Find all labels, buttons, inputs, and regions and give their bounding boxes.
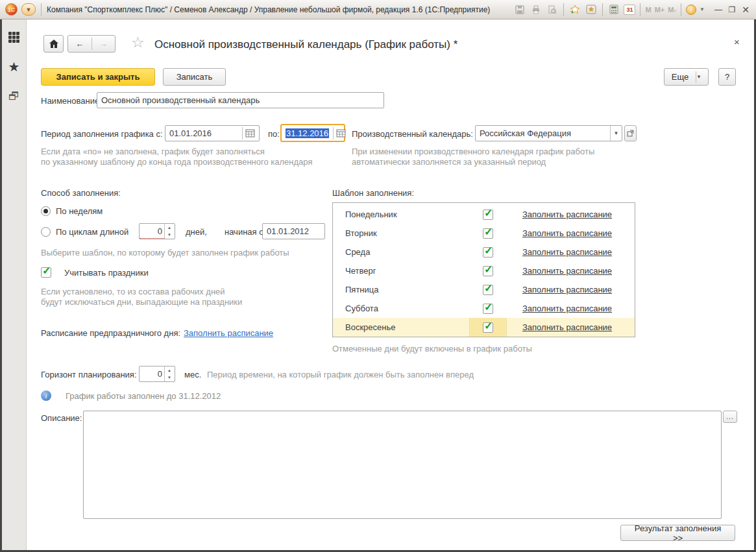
favorites-sidebar-icon[interactable]: ★	[2, 57, 26, 77]
day-label: Понедельник	[333, 210, 469, 219]
fill-schedule-link[interactable]: Заполнить расписание	[522, 247, 612, 257]
day-label: Суббота	[333, 304, 469, 313]
memory-m-button[interactable]: M	[645, 6, 651, 14]
days-suffix-label: дней,	[186, 227, 207, 237]
day-checkbox-checked-icon[interactable]: ✓	[483, 285, 493, 295]
save-and-close-button[interactable]: Записать и закрыть	[41, 68, 155, 86]
close-form-icon[interactable]: ×	[734, 36, 740, 47]
day-checkbox-checked-icon[interactable]: ✓	[483, 228, 493, 239]
table-row[interactable]: Понедельник ✓ Заполнить расписание	[333, 205, 635, 224]
calendar-hint-line1: При изменении производственного календар…	[352, 147, 594, 156]
table-row[interactable]: Четверг ✓ Заполнить расписание	[333, 261, 635, 280]
period-label: Период заполнения графика с:	[41, 129, 163, 139]
history-sidebar-icon[interactable]: 🗗	[2, 87, 26, 106]
table-row[interactable]: Вторник ✓ Заполнить расписание	[333, 224, 635, 243]
stepper-arrows[interactable]: ▲▼	[164, 366, 174, 381]
combo-dropdown-icon[interactable]: ▼	[610, 126, 622, 141]
status-text: График работы заполнен до 31.12.2012	[66, 391, 221, 401]
radio-unselected-icon	[41, 227, 51, 237]
add-favorite-icon[interactable]	[568, 4, 581, 16]
fill-schedule-link[interactable]: Заполнить расписание	[522, 228, 612, 238]
maximize-button[interactable]: ❐	[727, 5, 737, 14]
period-to-input[interactable]: 31.12.2016	[280, 124, 345, 142]
minimize-button[interactable]: —	[713, 5, 724, 14]
day-checkbox-checked-icon[interactable]: ✓	[483, 266, 493, 276]
open-calendar-button[interactable]	[624, 125, 637, 141]
horizon-value: 0	[140, 366, 164, 381]
table-row[interactable]: Среда ✓ Заполнить расписание	[333, 243, 635, 261]
fill-result-button[interactable]: Результат заполнения >>	[620, 525, 735, 541]
cycles-radio[interactable]: По циклам длиной	[41, 227, 128, 237]
help-button[interactable]: ?	[718, 68, 736, 86]
stepper-down-icon[interactable]: ▼	[165, 374, 174, 382]
print-preview-icon[interactable]	[546, 4, 559, 16]
name-input[interactable]: Основной производственный календарь	[97, 92, 384, 108]
prod-calendar-combobox[interactable]: Российская Федерация ▼	[475, 125, 622, 141]
day-checkbox-checked-icon[interactable]: ✓	[483, 322, 493, 333]
fill-schedule-link[interactable]: Заполнить расписание	[522, 266, 612, 276]
day-label: Среда	[333, 247, 469, 257]
date-picker-icon[interactable]	[245, 129, 255, 138]
weekly-radio[interactable]: По неделям	[41, 206, 103, 216]
main-menu-button[interactable]: ▼	[21, 3, 36, 16]
titlebar-separator	[602, 3, 603, 16]
radio-selected-icon	[41, 206, 51, 216]
stepper-up-icon[interactable]: ▲	[165, 366, 174, 374]
cycles-radio-label: По циклам длиной	[56, 227, 128, 237]
day-checkbox-checked-icon[interactable]: ✓	[483, 304, 493, 314]
checkbox-checked-icon[interactable]: ✓	[41, 267, 51, 278]
template-label: Шаблон заполнения:	[332, 188, 414, 198]
description-expand-button[interactable]: ...	[723, 411, 737, 423]
calendar-icon[interactable]: 31	[624, 5, 635, 15]
stepper-up-icon[interactable]: ▲	[165, 224, 174, 232]
calculator-icon[interactable]	[607, 4, 620, 16]
info-icon: i	[41, 390, 51, 401]
memory-m-minus-button[interactable]: M-	[668, 6, 676, 14]
info-menu-icon[interactable]: i	[686, 5, 696, 15]
fill-schedule-link[interactable]: Заполнить расписание	[522, 210, 612, 219]
table-row[interactable]: Суббота ✓ Заполнить расписание	[333, 299, 635, 318]
more-button[interactable]: Еще ▼	[664, 68, 709, 86]
fill-schedule-link[interactable]: Заполнить расписание	[522, 304, 612, 313]
pre-holiday-label: Расписание предпраздничного дня:	[41, 328, 180, 338]
period-from-input[interactable]: 01.01.2016	[165, 125, 260, 141]
memory-m-plus-button[interactable]: M+	[655, 6, 665, 14]
holidays-checkbox-row[interactable]: ✓ Учитывать праздники	[41, 267, 149, 278]
open-icon	[627, 130, 634, 137]
holidays-hint-line2: будут исключаться дни, выпадающие на пра…	[41, 297, 242, 307]
cycle-length-stepper[interactable]: 0 ▲▼	[139, 223, 175, 239]
description-textarea[interactable]	[83, 411, 722, 519]
close-window-button[interactable]: ✕	[740, 5, 751, 15]
template-days-table: Понедельник ✓ Заполнить расписание Вторн…	[332, 202, 635, 337]
day-checkbox-checked-icon[interactable]: ✓	[483, 210, 493, 220]
forward-button[interactable]: →	[92, 39, 116, 49]
cycle-start-date-input[interactable]: 01.01.2012	[262, 223, 325, 239]
left-sidebar: ★ 🗗	[2, 19, 26, 550]
table-row[interactable]: Пятница ✓ Заполнить расписание	[333, 280, 635, 299]
navigation-buttons: ← →	[67, 35, 116, 53]
day-checkbox-checked-icon[interactable]: ✓	[483, 247, 493, 258]
date-picker-icon[interactable]	[336, 129, 346, 138]
table-row-selected[interactable]: Воскресенье ✓ Заполнить расписание	[333, 318, 635, 337]
fill-schedule-link[interactable]: Заполнить расписание	[522, 285, 612, 294]
save-icon[interactable]	[513, 4, 526, 16]
home-button[interactable]	[43, 35, 64, 53]
pre-holiday-fill-link[interactable]: Заполнить расписание	[184, 328, 273, 338]
holidays-label: Учитывать праздники	[64, 268, 149, 278]
page-title: Основной производственный календарь (Гра…	[154, 38, 457, 51]
day-label: Воскресенье	[333, 322, 469, 332]
favorites-icon[interactable]	[585, 4, 598, 16]
save-button[interactable]: Записать	[163, 68, 226, 86]
print-icon[interactable]	[530, 4, 543, 16]
horizon-label: Горизонт планирования:	[41, 370, 137, 379]
stepper-down-icon[interactable]: ▼	[165, 232, 174, 239]
sections-menu-icon[interactable]	[2, 27, 26, 47]
stepper-arrows[interactable]: ▲▼	[164, 224, 174, 239]
period-from-value: 01.01.2016	[169, 128, 212, 138]
fill-schedule-link[interactable]: Заполнить расписание	[522, 322, 612, 332]
back-button[interactable]: ←	[68, 39, 91, 49]
info-menu-caret-icon[interactable]: ▼	[700, 6, 705, 12]
more-caret-icon: ▼	[696, 74, 708, 80]
horizon-stepper[interactable]: 0 ▲▼	[139, 366, 175, 382]
favorite-star-icon[interactable]: ☆	[131, 34, 145, 51]
